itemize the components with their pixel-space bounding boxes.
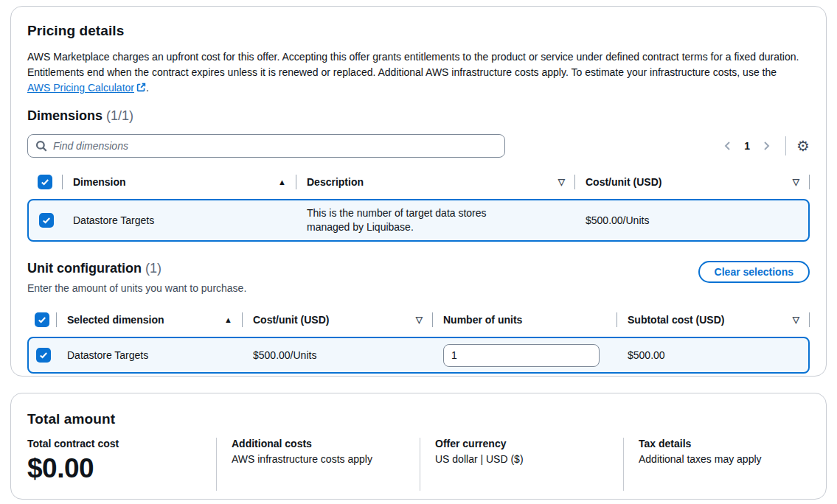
pricing-description-text: AWS Marketplace charges an upfront cost …	[27, 51, 799, 78]
total-contract-cost-column: Total contract cost $0.00	[27, 438, 216, 491]
column-header-subtotal[interactable]: Subtotal cost (USD) ▽	[617, 306, 810, 334]
search-wrap	[27, 134, 505, 158]
clear-selections-button[interactable]: Clear selections	[698, 261, 810, 283]
total-contract-cost-label: Total contract cost	[27, 438, 204, 449]
row-checkbox-cell	[29, 343, 58, 367]
total-amount-title: Total amount	[27, 411, 810, 427]
additional-costs-label: Additional costs	[232, 438, 408, 449]
dimensions-count: (1/1)	[106, 108, 133, 123]
select-all-checkbox[interactable]	[35, 312, 49, 327]
dimensions-table-header: Dimension ▲ Description ▽ Cost/unit (USD…	[27, 168, 810, 196]
column-label: Dimension	[73, 176, 272, 188]
column-header-dimension[interactable]: Dimension ▲	[63, 168, 296, 196]
column-label: Selected dimension	[67, 314, 218, 326]
select-all-cell	[27, 168, 63, 196]
additional-costs-value: AWS infrastructure costs apply	[232, 453, 408, 465]
column-header-description[interactable]: Description ▽	[296, 168, 575, 196]
unit-configuration-title: Unit configuration	[27, 261, 142, 276]
column-header-number-of-units[interactable]: Number of units	[433, 306, 617, 334]
dimensions-table-row[interactable]: Datastore Targets This is the number of …	[27, 199, 810, 242]
filter-down-icon: ▽	[793, 177, 799, 187]
column-label: Cost/unit (USD)	[253, 314, 410, 326]
total-amount-grid: Total contract cost $0.00 Additional cos…	[27, 438, 810, 491]
column-label: Number of units	[443, 314, 607, 326]
check-icon	[41, 215, 52, 225]
unit-table-header: Selected dimension ▲ Cost/unit (USD) ▽ N…	[27, 306, 810, 334]
aws-pricing-calculator-link[interactable]: AWS Pricing Calculator	[27, 82, 146, 94]
row-checkbox-cell	[29, 209, 64, 232]
cell-description: This is the number of target data stores…	[298, 202, 527, 239]
sort-ascending-icon: ▲	[224, 315, 232, 324]
unit-configuration-heading: Unit configuration (1)	[27, 261, 246, 276]
tax-details-label: Tax details	[639, 438, 798, 449]
pricing-description-period: .	[146, 82, 149, 94]
cell-cost-unit: $500.00/Units	[577, 210, 808, 231]
dimensions-title: Dimensions	[27, 108, 103, 123]
total-amount-card: Total amount Total contract cost $0.00 A…	[10, 393, 827, 500]
link-label: AWS Pricing Calculator	[27, 82, 134, 94]
pagination: 1 ⚙	[719, 136, 810, 155]
unit-table-row[interactable]: Datastore Targets $500.00/Units $500.00	[27, 337, 810, 374]
offer-currency-label: Offer currency	[435, 438, 611, 449]
additional-costs-column: Additional costs AWS infrastructure cost…	[216, 438, 420, 491]
gear-icon: ⚙	[796, 138, 810, 154]
dimensions-toolbar: 1 ⚙	[27, 134, 810, 158]
number-of-units-input[interactable]	[443, 344, 600, 367]
unit-configuration-count: (1)	[145, 261, 162, 276]
current-page-number[interactable]: 1	[744, 140, 750, 152]
column-label: Description	[307, 176, 552, 188]
cell-number-of-units	[434, 340, 619, 371]
select-all-checkbox[interactable]	[38, 175, 52, 189]
tax-details-value: Additional taxes may apply	[639, 453, 798, 465]
offer-currency-column: Offer currency US dollar | USD ($)	[420, 438, 623, 491]
select-all-cell	[27, 306, 57, 334]
row-checkbox[interactable]	[36, 348, 51, 363]
column-header-cost-unit[interactable]: Cost/unit (USD) ▽	[243, 306, 433, 334]
settings-button[interactable]: ⚙	[796, 139, 810, 153]
filter-down-icon: ▽	[416, 315, 423, 325]
offer-currency-value: US dollar | USD ($)	[435, 453, 611, 465]
sort-ascending-icon: ▲	[278, 178, 286, 186]
page-title: Pricing details	[27, 23, 810, 39]
unit-configuration-header: Unit configuration (1) Enter the amount …	[27, 261, 810, 294]
column-header-cost-unit[interactable]: Cost/unit (USD) ▽	[575, 168, 810, 196]
tax-details-column: Tax details Additional taxes may apply	[623, 438, 810, 491]
search-icon	[35, 139, 48, 153]
check-icon	[38, 350, 49, 360]
pricing-description: AWS Marketplace charges an upfront cost …	[27, 49, 810, 97]
dimensions-heading: Dimensions (1/1)	[27, 108, 810, 124]
toolbar-divider	[785, 136, 786, 155]
cell-selected-dimension: Datastore Targets	[58, 345, 244, 365]
cell-dimension: Datastore Targets	[64, 210, 298, 231]
filter-down-icon: ▽	[558, 177, 565, 187]
column-label: Subtotal cost (USD)	[628, 314, 787, 326]
pricing-details-card: Pricing details AWS Marketplace charges …	[10, 6, 827, 377]
cell-cost-unit: $500.00/Units	[244, 345, 434, 365]
total-contract-cost-value: $0.00	[27, 453, 204, 484]
column-label: Cost/unit (USD)	[586, 176, 787, 188]
unit-configuration-subtitle: Enter the amount of units you want to pu…	[27, 282, 246, 294]
previous-page-button[interactable]	[719, 137, 737, 155]
row-checkbox[interactable]	[39, 213, 54, 228]
check-icon	[40, 177, 50, 187]
column-header-selected-dimension[interactable]: Selected dimension ▲	[57, 306, 243, 334]
search-input[interactable]	[27, 134, 505, 158]
filter-down-icon: ▽	[793, 315, 799, 325]
external-link-icon	[136, 81, 146, 97]
cell-subtotal: $500.00	[619, 345, 808, 365]
next-page-button[interactable]	[757, 137, 775, 155]
unit-configuration-titles: Unit configuration (1) Enter the amount …	[27, 261, 246, 294]
check-icon	[37, 315, 47, 325]
chevron-left-icon	[722, 140, 734, 152]
chevron-right-icon	[760, 140, 772, 152]
